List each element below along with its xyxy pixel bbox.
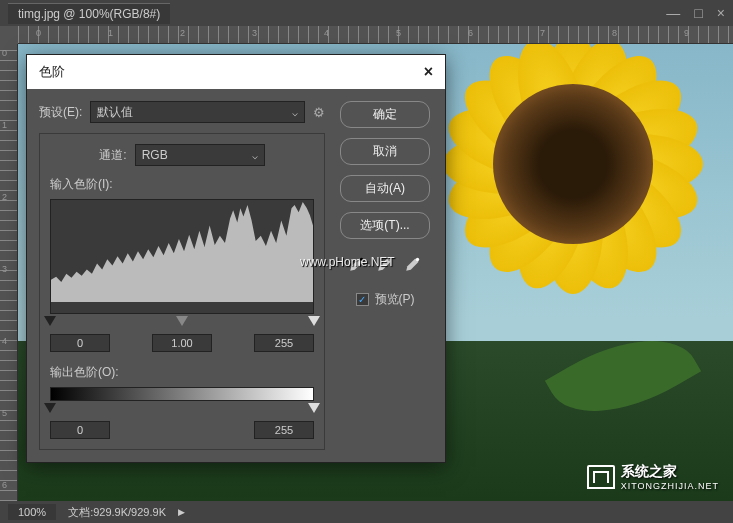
cancel-button[interactable]: 取消 <box>340 138 430 165</box>
eyedropper-white-icon[interactable] <box>404 255 422 273</box>
input-gamma-field[interactable] <box>152 334 212 352</box>
status-bar: 100% 文档:929.9K/929.9K ▶ <box>0 501 733 523</box>
watermark-phome: www.pHome.NET <box>300 255 395 269</box>
dialog-titlebar[interactable]: 色阶 × <box>27 55 445 89</box>
input-white-field[interactable] <box>254 334 314 352</box>
ruler-horizontal: 0 1 2 3 4 5 6 7 8 9 <box>18 26 733 44</box>
house-icon <box>587 465 615 489</box>
output-white-field[interactable] <box>254 421 314 439</box>
maximize-icon[interactable]: □ <box>694 5 702 21</box>
output-black-slider[interactable] <box>44 403 56 413</box>
input-black-field[interactable] <box>50 334 110 352</box>
options-button[interactable]: 选项(T)... <box>340 212 430 239</box>
ok-button[interactable]: 确定 <box>340 101 430 128</box>
black-point-slider[interactable] <box>44 316 56 326</box>
preset-select[interactable]: 默认值 <box>90 101 305 123</box>
minimize-icon[interactable]: — <box>666 5 680 21</box>
window-controls: — □ × <box>666 5 725 21</box>
close-window-icon[interactable]: × <box>717 5 725 21</box>
output-gradient <box>50 387 314 401</box>
doc-info: 文档:929.9K/929.9K <box>68 505 166 520</box>
watermark-xitongzhijia: 系统之家 XITONGZHIJIA.NET <box>587 463 719 491</box>
ruler-vertical: 0 1 2 3 4 5 6 <box>0 44 18 501</box>
document-tab[interactable]: timg.jpg @ 100%(RGB/8#) <box>8 3 170 24</box>
channel-select[interactable]: RGB <box>135 144 265 166</box>
auto-button[interactable]: 自动(A) <box>340 175 430 202</box>
midtone-slider[interactable] <box>176 316 188 326</box>
channel-label: 通道: <box>99 147 126 164</box>
preset-label: 预设(E): <box>39 104 82 121</box>
svg-point-2 <box>416 258 419 261</box>
dialog-title: 色阶 <box>39 63 65 81</box>
output-black-field[interactable] <box>50 421 110 439</box>
output-levels-label: 输出色阶(O): <box>50 364 314 381</box>
output-slider[interactable] <box>50 403 314 417</box>
white-point-slider[interactable] <box>308 316 320 326</box>
preview-checkbox[interactable]: ✓ <box>356 293 369 306</box>
output-white-slider[interactable] <box>308 403 320 413</box>
preview-label: 预览(P) <box>375 291 415 308</box>
histogram <box>50 199 314 314</box>
close-icon[interactable]: × <box>424 63 433 81</box>
input-slider[interactable] <box>50 316 314 330</box>
zoom-level[interactable]: 100% <box>8 504 56 520</box>
gear-icon[interactable]: ⚙ <box>313 105 325 120</box>
input-levels-label: 输入色阶(I): <box>50 176 314 193</box>
app-titlebar: timg.jpg @ 100%(RGB/8#) — □ × <box>0 0 733 26</box>
